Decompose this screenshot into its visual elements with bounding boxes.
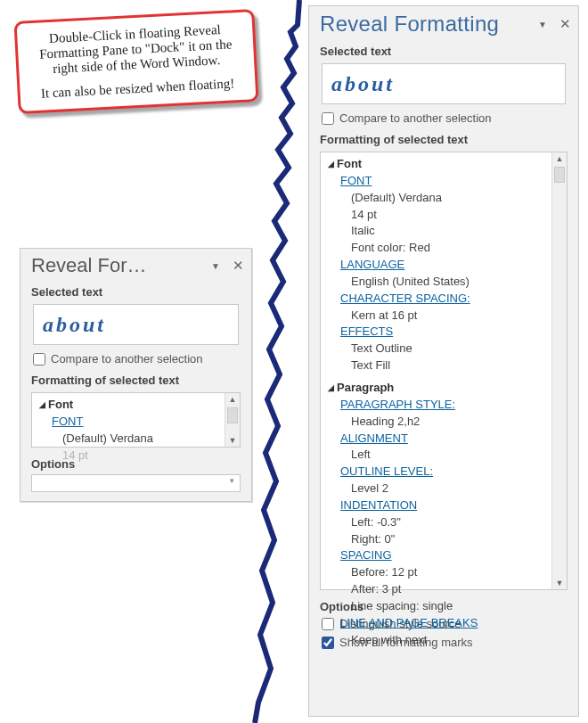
close-icon[interactable]: ✕ (233, 258, 244, 274)
effect-fill: Text Fill (328, 357, 551, 374)
keep-with-next-value: Keep with next (328, 632, 551, 649)
font-italic-value: Italic (328, 223, 551, 240)
formatting-tree-box: ◢Font FONT (Default) Verdana 14 pt ▲ ▼ (31, 392, 241, 448)
effects-link[interactable]: EFFECTS (340, 325, 393, 338)
note-line1: Double-Click in floating Reveal Formatti… (28, 21, 243, 78)
scroll-down-icon[interactable]: ▼ (556, 577, 564, 589)
line-spacing-value: Line spacing: single (328, 598, 551, 615)
spacing-link[interactable]: SPACING (340, 548, 392, 562)
scroll-up-icon[interactable]: ▲ (556, 152, 564, 165)
font-group-header[interactable]: ◢Font (39, 397, 224, 414)
compare-checkbox[interactable] (33, 353, 45, 366)
font-default-value: (Default) Verdana (39, 431, 224, 448)
scroll-thumb[interactable] (227, 407, 238, 423)
spacing-before-value: Before: 12 pt (328, 564, 551, 581)
font-default-value: (Default) Verdana (328, 190, 551, 207)
indentation-link[interactable]: INDENTATION (340, 498, 417, 512)
compare-label: Compare to another selection (339, 111, 492, 125)
font-size-value: 14 pt (39, 448, 224, 464)
note-line2: It can also be resized when floating! (30, 76, 245, 103)
alignment-value: Left (328, 447, 551, 464)
paragraph-style-link[interactable]: PARAGRAPH STYLE: (340, 398, 455, 411)
formatting-heading: Formatting of selected text (20, 371, 251, 390)
instruction-note: Double-Click in floating Reveal Formatti… (13, 9, 258, 114)
options-dropdown[interactable] (31, 474, 241, 492)
font-group-header[interactable]: ◢Font (328, 156, 551, 173)
scrollbar[interactable]: ▲ ▼ (225, 393, 240, 447)
character-spacing-value: Kern at 16 pt (328, 308, 551, 325)
character-spacing-link[interactable]: CHARACTER SPACING: (340, 292, 470, 305)
formatting-tree-box: ◢Font FONT (Default) Verdana 14 pt Itali… (320, 152, 568, 590)
pane-title: Reveal Formatting (320, 12, 499, 37)
selected-text-display: about (33, 304, 239, 345)
reveal-formatting-pane-floating: Reveal For… ▼ ✕ Selected text about Comp… (20, 248, 252, 502)
reveal-formatting-pane-docked: Reveal Formatting ▼ ✕ Selected text abou… (308, 5, 579, 717)
indent-left-value: Left: -0.3" (328, 514, 551, 531)
font-link[interactable]: FONT (52, 415, 83, 428)
formatting-heading: Formatting of selected text (309, 130, 578, 150)
selected-text-display: about (322, 63, 566, 104)
effect-outline: Text Outline (328, 341, 551, 357)
alignment-link[interactable]: ALIGNMENT (340, 431, 408, 445)
pane-connector-zigzag (246, 0, 306, 723)
compare-checkbox[interactable] (322, 112, 334, 125)
language-value: English (United States) (328, 274, 551, 291)
compare-checkbox-row[interactable]: Compare to another selection (309, 111, 578, 130)
pane-menu-dropdown[interactable]: ▼ (538, 20, 547, 29)
font-color-value: Font color: Red (328, 240, 551, 257)
compare-checkbox-row[interactable]: Compare to another selection (20, 352, 251, 371)
font-size-value: 14 pt (328, 207, 551, 224)
pane-menu-dropdown[interactable]: ▼ (211, 261, 220, 271)
close-icon[interactable]: ✕ (559, 16, 571, 32)
font-link[interactable]: FONT (340, 174, 372, 187)
paragraph-group-header[interactable]: ◢Paragraph (328, 380, 551, 397)
line-page-breaks-link[interactable]: LINE AND PAGE BREAKS (340, 616, 478, 629)
pane-title: Reveal For… (31, 254, 147, 277)
selected-text-heading: Selected text (309, 42, 578, 62)
spacing-after-value: After: 3 pt (328, 581, 551, 598)
selected-text-heading: Selected text (20, 283, 251, 302)
compare-label: Compare to another selection (51, 352, 203, 366)
scroll-thumb[interactable] (554, 167, 565, 183)
outline-level-link[interactable]: OUTLINE LEVEL: (340, 464, 433, 478)
outline-level-value: Level 2 (328, 481, 551, 497)
scroll-up-icon[interactable]: ▲ (229, 393, 237, 406)
language-link[interactable]: LANGUAGE (340, 258, 404, 271)
scrollbar[interactable]: ▲ ▼ (551, 152, 567, 589)
scroll-down-icon[interactable]: ▼ (229, 434, 237, 447)
indent-right-value: Right: 0" (328, 531, 551, 548)
paragraph-style-value: Heading 2,h2 (328, 414, 551, 431)
